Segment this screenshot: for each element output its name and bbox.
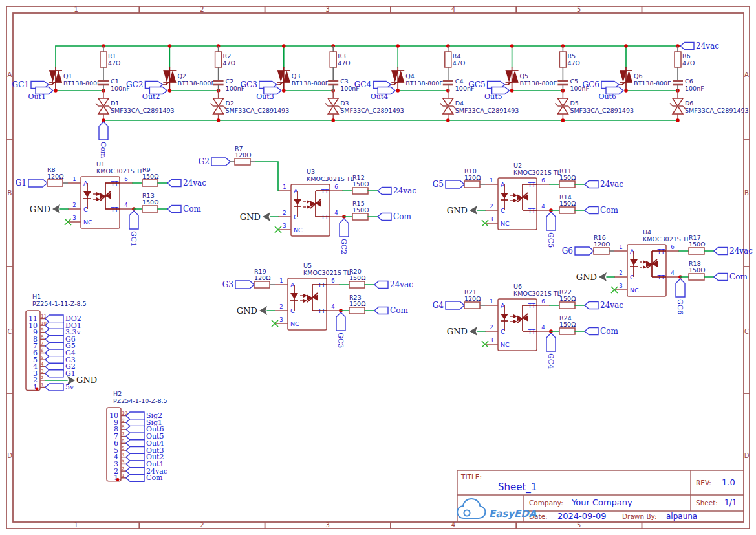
resistor-R6[interactable] (675, 46, 681, 81)
port-G4[interactable]: G4 (433, 301, 464, 310)
value: 120Ω (464, 295, 481, 302)
triac-Q6[interactable] (619, 67, 632, 91)
resistor-body (559, 207, 575, 213)
gnd-flag[interactable]: GND (447, 327, 485, 336)
port-com[interactable]: Com (714, 272, 748, 281)
resistor-R22[interactable] (559, 302, 575, 309)
port-GC5[interactable]: GC5 (546, 212, 556, 248)
tvs-diode-D6[interactable] (670, 91, 686, 120)
junction-dot (396, 89, 400, 93)
port-G1[interactable]: G1 (16, 179, 47, 188)
port-Out5[interactable]: Out5 (484, 87, 510, 101)
port-Out1[interactable]: Out1 (28, 87, 53, 101)
port-Out2[interactable]: Out2 (142, 87, 167, 101)
capacitor-C5[interactable] (557, 81, 568, 91)
port-com[interactable]: Com (374, 306, 408, 315)
ic-U4[interactable]: 12364ACNCTTTT (614, 244, 680, 296)
triac-Q3[interactable] (277, 67, 290, 91)
ic-U6[interactable]: 12364ACNCTTTT (485, 298, 551, 351)
ic-U1[interactable]: 12364ACNCTTTT (68, 176, 134, 228)
resistor-R15[interactable] (352, 213, 368, 220)
resistor-R5[interactable] (559, 46, 566, 81)
port-24vac[interactable]: 24vac (585, 301, 623, 310)
port-com[interactable]: Com (167, 204, 201, 213)
resistor-R18[interactable] (689, 274, 704, 280)
port-24vac[interactable]: 24vac (167, 179, 206, 188)
resistor-R7[interactable] (230, 158, 255, 165)
port-G2[interactable]: G2 (199, 157, 230, 166)
gnd-flag[interactable]: GND (240, 212, 278, 222)
date-value: 2024-09-09 (557, 511, 607, 521)
resistor-R23[interactable] (349, 307, 365, 314)
gnd-flag[interactable]: GND (30, 204, 68, 214)
port-com[interactable]: Com (585, 327, 618, 336)
port-G1[interactable]: G1 (45, 369, 76, 378)
port-Out3[interactable]: Out3 (256, 87, 281, 101)
capacitor-C4[interactable] (443, 81, 453, 91)
pin-number-small: 1 (41, 382, 43, 388)
frame-row-label: B (744, 190, 749, 197)
resistor-R10[interactable] (464, 181, 485, 188)
tvs-diode-D5[interactable] (555, 91, 570, 120)
port-GC4[interactable]: GC4 (546, 333, 556, 369)
resistor-R21[interactable] (464, 302, 485, 309)
resistor-R4[interactable] (445, 46, 451, 81)
resistor-R14[interactable] (559, 207, 575, 213)
port-24vac[interactable]: 24vac (714, 246, 753, 256)
port-flag (235, 281, 254, 289)
port-24vac[interactable]: 24vac (378, 186, 416, 195)
port-G6[interactable]: G6 (562, 246, 594, 256)
resistor-body (464, 181, 480, 188)
resistor-R16[interactable] (594, 248, 614, 254)
resistor-R1[interactable] (100, 46, 107, 81)
tvs-diode-D3[interactable] (325, 91, 341, 120)
port-GC1[interactable]: GC1 (129, 211, 138, 246)
resistor-R2[interactable] (215, 46, 222, 81)
gnd-flag[interactable]: GND (237, 306, 275, 316)
triac-Q4[interactable] (391, 67, 404, 91)
triac-Q5[interactable] (505, 67, 519, 91)
port-Out4[interactable]: Out4 (371, 87, 396, 101)
connector-H2[interactable]: H2PZ254-1-10-Z-8.51010Sig299Sig188Out677… (107, 390, 167, 482)
ic-U2[interactable]: 12364ACNCTTTT (485, 177, 551, 230)
resistor-R3[interactable] (330, 46, 336, 81)
port-com[interactable]: Com (378, 212, 411, 221)
triac-Q2[interactable] (162, 67, 176, 91)
connector-H1[interactable]: H1PZ254-1-11-Z-8.51111DO21010DO1993.3v88… (26, 293, 97, 391)
resistor-R11[interactable] (559, 181, 575, 188)
ref-des: R1 (108, 52, 116, 60)
tvs-diode-D4[interactable] (440, 91, 456, 120)
ic-U3[interactable]: 12364ACNCTTTT (278, 184, 344, 236)
ic-U5[interactable]: 12364ACNCTTTT (275, 278, 341, 330)
resistor-R13[interactable] (142, 206, 158, 212)
port-GC2[interactable]: GC2 (340, 219, 349, 254)
resistor-R8[interactable] (47, 180, 68, 186)
resistor-R12[interactable] (352, 188, 368, 194)
port-GC6[interactable]: GC6 (676, 279, 685, 314)
port-5v[interactable]: 5v (45, 383, 74, 391)
resistor-R24[interactable] (559, 328, 575, 334)
gnd-flag[interactable]: GND (447, 206, 485, 215)
resistor-R9[interactable] (142, 180, 158, 186)
tvs-diode-D1[interactable] (96, 91, 111, 120)
resistor-R17[interactable] (689, 248, 704, 254)
junction-dot (624, 89, 628, 93)
port-24vac-top[interactable]: 24vac (680, 41, 719, 50)
tvs-diode-D2[interactable] (211, 91, 226, 120)
port-GC3[interactable]: GC3 (336, 312, 345, 348)
port-24vac[interactable]: 24vac (585, 180, 623, 189)
triac-Q1[interactable] (49, 67, 62, 91)
port-com[interactable]: Com (585, 206, 618, 215)
port-G5[interactable]: G5 (433, 180, 464, 189)
port-Out6[interactable]: Out6 (598, 87, 623, 101)
port-com-bottom[interactable]: Com (99, 122, 108, 158)
gnd-flag[interactable]: GND (576, 272, 614, 282)
resistor-R20[interactable] (349, 281, 365, 288)
port-G3[interactable]: G3 (222, 280, 254, 289)
resistor-R19[interactable] (254, 281, 275, 288)
port-Com[interactable]: Com (126, 474, 163, 482)
capacitor-C3[interactable] (328, 81, 338, 91)
capacitor-C6[interactable] (673, 81, 683, 91)
port-24vac[interactable]: 24vac (374, 280, 413, 289)
value: 150Ω (559, 200, 576, 207)
